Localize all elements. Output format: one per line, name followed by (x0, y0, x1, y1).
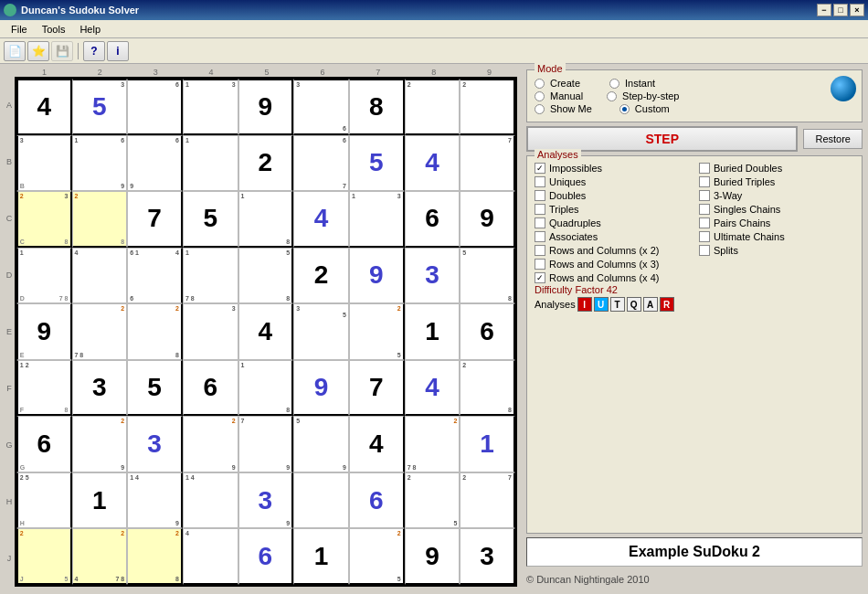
save-button[interactable]: 💾 (51, 41, 73, 61)
badge-t[interactable]: T (610, 297, 625, 312)
cell-D9[interactable]: 5 8 (460, 248, 515, 304)
cell-F6[interactable]: 9 (293, 360, 349, 417)
cell-D2[interactable]: 4 (72, 248, 128, 304)
radio-custom[interactable] (619, 104, 630, 114)
cell-A9[interactable]: 2 (460, 79, 515, 135)
badge-q[interactable]: Q (627, 297, 641, 312)
badge-a[interactable]: A (643, 297, 658, 312)
cell-H9[interactable]: 2 7 (460, 472, 515, 529)
cell-C6[interactable]: 4 (293, 191, 349, 248)
cell-H3[interactable]: 1 4 9 (127, 472, 183, 529)
chk-impossibles[interactable] (535, 163, 545, 174)
help-button[interactable]: ? (83, 41, 105, 61)
badge-r[interactable]: R (660, 297, 674, 312)
cell-D6[interactable]: 2 (293, 248, 349, 304)
cell-A2[interactable]: 3 5 (72, 79, 128, 135)
label-instant[interactable]: Instant (625, 78, 655, 89)
cell-C5[interactable]: 1 8 (238, 191, 294, 248)
cell-C2[interactable]: 2 8 (72, 191, 128, 248)
cell-C7[interactable]: 1 3 (349, 191, 405, 248)
cell-B9[interactable]: 7 (460, 135, 515, 192)
menu-help[interactable]: Help (72, 22, 108, 37)
chk-triples[interactable] (535, 204, 545, 215)
cell-G9[interactable]: 1 (460, 416, 515, 472)
cell-G2[interactable]: 2 9 (72, 416, 128, 472)
cell-J2[interactable]: 2 4 7 8 (72, 528, 128, 585)
chk-rows-cols-x3[interactable] (535, 259, 545, 270)
cell-C3[interactable]: 7 (127, 191, 183, 248)
cell-D5[interactable]: 5 8 (238, 248, 294, 304)
label-stepbystep[interactable]: Step-by-step (622, 90, 679, 101)
cell-A4[interactable]: 1 3 (183, 79, 238, 135)
cell-H2[interactable]: 1 (72, 472, 128, 529)
cell-H8[interactable]: 2 5 (405, 472, 460, 529)
cell-A3[interactable]: 6 (127, 79, 183, 135)
radio-showme[interactable] (535, 104, 545, 114)
cell-G5[interactable]: 7 9 (238, 416, 294, 472)
cell-F1[interactable]: 1 2 F 8 (16, 360, 72, 417)
cell-D4[interactable]: 1 7 8 (183, 248, 238, 304)
cell-F5[interactable]: 1 8 (238, 360, 294, 417)
cell-D1[interactable]: 1 D 7 8 (16, 248, 72, 304)
cell-E3[interactable]: 2 8 (127, 303, 183, 360)
cell-G7[interactable]: 4 (349, 416, 405, 472)
cell-A1[interactable]: 4 (16, 79, 72, 135)
cell-C8[interactable]: 6 (405, 191, 460, 248)
restore-button[interactable]: Restore (803, 129, 863, 149)
cell-E8[interactable]: 1 (405, 303, 460, 360)
cell-E6[interactable]: 3 5 (293, 303, 349, 360)
menu-tools[interactable]: Tools (35, 22, 73, 37)
badge-u[interactable]: U (594, 297, 609, 312)
cell-E1[interactable]: 9 E (16, 303, 72, 360)
chk-doubles[interactable] (535, 190, 545, 201)
cell-D8[interactable]: 3 (405, 248, 460, 304)
cell-G6[interactable]: 5 9 (293, 416, 349, 472)
chk-uniques[interactable] (535, 176, 545, 187)
cell-F9[interactable]: 2 8 (460, 360, 515, 417)
radio-instant[interactable] (609, 79, 619, 89)
chk-associates[interactable] (535, 231, 545, 242)
info-button[interactable]: i (107, 41, 129, 61)
step-button[interactable]: STEP (526, 126, 798, 152)
cell-B8[interactable]: 4 (405, 135, 460, 192)
label-create[interactable]: Create (550, 78, 580, 89)
cell-E9[interactable]: 6 (460, 303, 515, 360)
cell-J1[interactable]: 2 J 5 (16, 528, 72, 585)
open-button[interactable]: ⭐ (27, 41, 49, 61)
cell-E4[interactable]: 3 (183, 303, 238, 360)
cell-B4[interactable]: 1 (183, 135, 238, 192)
cell-G1[interactable]: 6 G (16, 416, 72, 472)
label-showme[interactable]: Show Me (550, 103, 592, 114)
chk-3way[interactable] (699, 190, 710, 201)
cell-H1[interactable]: 2 5 H (16, 472, 72, 529)
cell-C1[interactable]: 2 3 C 8 (16, 191, 72, 248)
cell-D7[interactable]: 9 (349, 248, 405, 304)
chk-ultimate-chains[interactable] (699, 231, 710, 242)
cell-J4[interactable]: 4 (183, 528, 238, 585)
cell-D3[interactable]: 6 1 4 6 (127, 248, 183, 304)
cell-H7[interactable]: 6 (349, 472, 405, 529)
radio-create[interactable] (535, 79, 545, 89)
chk-quadruples[interactable] (535, 217, 545, 228)
cell-J8[interactable]: 9 (405, 528, 460, 585)
close-button[interactable]: × (850, 4, 864, 16)
cell-H5[interactable]: 3 9 (238, 472, 294, 529)
label-manual[interactable]: Manual (550, 90, 583, 101)
chk-rows-cols-x4[interactable] (535, 272, 545, 283)
cell-B6[interactable]: 6 7 (293, 135, 349, 192)
cell-B1[interactable]: 3 B (16, 135, 72, 192)
chk-buried-triples[interactable] (699, 176, 710, 187)
cell-F7[interactable]: 7 (349, 360, 405, 417)
cell-A7[interactable]: 8 (349, 79, 405, 135)
label-custom[interactable]: Custom (635, 103, 670, 114)
cell-G4[interactable]: 2 9 (183, 416, 238, 472)
radio-manual[interactable] (535, 91, 545, 101)
cell-E5[interactable]: 4 (238, 303, 294, 360)
cell-B2[interactable]: 1 6 9 (72, 135, 128, 192)
cell-F4[interactable]: 6 (183, 360, 238, 417)
cell-C9[interactable]: 9 (460, 191, 515, 248)
globe-icon[interactable] (831, 76, 856, 101)
chk-rows-cols-x2[interactable] (535, 245, 545, 256)
cell-J6[interactable]: 1 (293, 528, 349, 585)
cell-F8[interactable]: 4 (405, 360, 460, 417)
